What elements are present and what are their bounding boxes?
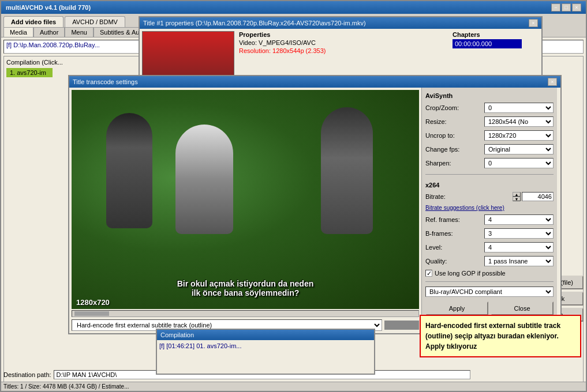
subtitle-slider[interactable] xyxy=(384,321,419,330)
crop-zoom-label: Crop/Zoom: xyxy=(425,104,466,111)
bitrate-up-button[interactable]: ▲ xyxy=(513,192,521,197)
bitrate-suggestions-link[interactable]: Bitrate suggestions (click here) xyxy=(425,205,504,211)
resize-row: Resize: 1280x544 (No xyxy=(425,116,554,127)
ref-frames-row: Ref. frames: 4 xyxy=(425,214,554,225)
video-subtitle: Bir okul açmak istiyordun da neden ilk ö… xyxy=(177,279,314,297)
level-label: Level: xyxy=(425,244,466,251)
change-fps-select[interactable]: Original xyxy=(484,144,554,154)
video-scrollbar[interactable] xyxy=(72,310,419,317)
x264-section-title: x264 xyxy=(425,182,554,189)
apply-button[interactable]: Apply xyxy=(425,301,488,315)
bottom-buttons: Apply Close xyxy=(425,301,554,315)
uncrop-select[interactable]: 1280x720 xyxy=(484,130,554,141)
bitrate-row: Bitrate: ▲ ▼ xyxy=(425,192,554,201)
status-text: Titles: 1 / Size: 4478 MiB (4.374 GB) / … xyxy=(3,383,129,390)
separator-2 xyxy=(425,281,554,282)
resize-select[interactable]: 1280x544 (No xyxy=(484,116,554,127)
video-preview-area: Bir okul açmak istiyordun da neden ilk ö… xyxy=(69,88,421,333)
settings-panel: AviSynth Crop/Zoom: 0 Resize: 1280x544 (… xyxy=(421,88,557,333)
ref-frames-select[interactable]: 4 xyxy=(484,214,554,225)
separator-1 xyxy=(425,174,554,175)
app-title-bar: multiAVCHD v4.1 (build 770) − □ × xyxy=(1,1,586,14)
chapters-section: Chapters 00:00:00.000 xyxy=(453,31,539,82)
video-background: Bir okul açmak istiyordun da neden ilk ö… xyxy=(72,90,419,309)
crop-zoom-select[interactable]: 0 xyxy=(484,103,554,113)
transcode-content: Bir okul açmak istiyordun da neden ilk ö… xyxy=(69,88,560,333)
video-thumbnail xyxy=(142,31,234,77)
status-bar: Titles: 1 / Size: 4478 MiB (4.374 GB) / … xyxy=(1,382,586,391)
ref-frames-label: Ref. frames: xyxy=(425,216,466,223)
change-fps-label: Change fps: xyxy=(425,146,466,153)
video-info: Video: V_MPEG4/ISO/AVC xyxy=(239,39,448,46)
destination-label: Destination path: xyxy=(3,371,51,378)
figure-2 xyxy=(175,125,233,234)
sub-tab-menu[interactable]: Menu xyxy=(65,27,94,37)
chapters-label: Chapters xyxy=(453,31,539,38)
properties-label: Properties xyxy=(239,31,448,38)
properties-section: Properties Video: V_MPEG4/ISO/AVC Resolu… xyxy=(239,31,448,82)
quality-row: Quality: 1 pass Insane xyxy=(425,256,554,266)
compilation-window: Compilation [f] [01:46:21] 01. avs720-im… xyxy=(156,329,375,375)
sub-tab-author[interactable]: Author xyxy=(33,27,65,37)
tab-add-video-files[interactable]: Add video files xyxy=(3,16,63,27)
bitrate-label: Bitrate: xyxy=(425,193,466,200)
level-row: Level: 4 xyxy=(425,242,554,252)
sharpen-row: Sharpen: 0 xyxy=(425,158,554,168)
chapters-value: 00:00:00.000 xyxy=(453,39,522,48)
bitrate-input[interactable] xyxy=(522,192,554,201)
close-button[interactable]: × xyxy=(572,3,581,12)
compilation-window-titlebar: Compilation xyxy=(157,330,374,340)
b-frames-select[interactable]: 3 xyxy=(484,228,554,239)
compilation-item[interactable]: 1. avs720-im xyxy=(6,68,53,77)
b-frames-row: B-frames: 3 xyxy=(425,228,554,239)
bitrate-down-button[interactable]: ▼ xyxy=(513,197,521,201)
avisynth-section-title: AviSynth xyxy=(425,92,554,99)
quality-label: Quality: xyxy=(425,258,466,265)
compilation-file-item: [f] [01:46:21] 01. avs720-im... xyxy=(159,342,372,349)
uncrop-row: Uncrop to: 1280x720 xyxy=(425,130,554,141)
scrollbar-thumb[interactable] xyxy=(74,311,109,316)
minimize-button[interactable]: − xyxy=(551,3,560,12)
compilation-window-title: Compilation xyxy=(160,331,194,338)
video-frame: Bir okul açmak istiyordun da neden ilk ö… xyxy=(72,90,419,309)
app-title: multiAVCHD v4.1 (build 770) xyxy=(6,4,91,11)
b-frames-label: B-frames: xyxy=(425,230,466,237)
tab-avchd-bdmv[interactable]: AVCHD / BDMV xyxy=(65,16,125,27)
sharpen-label: Sharpen: xyxy=(425,160,466,167)
title-bar-buttons: − □ × xyxy=(551,3,581,12)
figure-1 xyxy=(106,113,152,228)
quality-select[interactable]: 1 pass Insane xyxy=(484,256,554,266)
long-gop-label: Use long GOP if possible xyxy=(435,270,506,277)
transcode-close-button[interactable]: × xyxy=(548,78,557,86)
sub-tab-media[interactable]: Media xyxy=(3,27,33,37)
resolution-badge: 1280x720 xyxy=(76,298,110,307)
title-props-close[interactable]: × xyxy=(529,19,538,27)
checkmark-icon: ✓ xyxy=(427,270,432,277)
transcode-titlebar: Title transcode settings × xyxy=(69,76,560,88)
level-select[interactable]: 4 xyxy=(484,242,554,252)
bitrate-suggestions-row: Bitrate suggestions (click here) xyxy=(425,205,554,211)
change-fps-row: Change fps: Original xyxy=(425,144,554,154)
bitrate-spinners: ▲ ▼ xyxy=(513,192,521,201)
transcode-window: Title transcode settings × Bir okul açma… xyxy=(68,75,562,334)
annotation-box: Hard-encoded first external subtitle tra… xyxy=(420,315,581,357)
crop-zoom-row: Crop/Zoom: 0 xyxy=(425,103,554,113)
sharpen-select[interactable]: 0 xyxy=(484,158,554,168)
title-props-titlebar: Title #1 properties (D:\Ip.Man.2008.720p… xyxy=(140,17,541,29)
compilation-window-content: [f] [01:46:21] 01. avs720-im... xyxy=(157,340,374,352)
resolution-info: Resolution: 1280x544p (2.353) xyxy=(239,47,448,54)
title-props-title: Title #1 properties (D:\Ip.Man.2008.720p… xyxy=(143,20,366,27)
compliance-select[interactable]: Blu-ray/AVCHD compliant xyxy=(425,287,554,297)
long-gop-row: ✓ Use long GOP if possible xyxy=(425,270,554,277)
close-dialog-button[interactable]: Close xyxy=(491,301,554,315)
annotation-text: Hard-encoded first external subtitle tra… xyxy=(425,322,560,350)
transcode-title: Title transcode settings xyxy=(73,78,138,85)
figure-3 xyxy=(321,107,373,234)
uncrop-label: Uncrop to: xyxy=(425,132,466,139)
maximize-button[interactable]: □ xyxy=(562,3,571,12)
resize-label: Resize: xyxy=(425,118,466,125)
file-list-item: [f] D:\Ip.Man.2008.720p.BluRay... xyxy=(6,42,100,48)
long-gop-checkbox[interactable]: ✓ xyxy=(425,270,432,277)
